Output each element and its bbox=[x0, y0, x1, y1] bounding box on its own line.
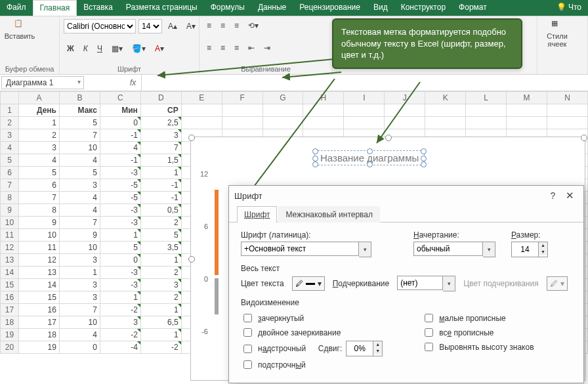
tab-review[interactable]: Рецензирование bbox=[293, 0, 367, 16]
row-header[interactable]: 1 bbox=[1, 104, 19, 117]
tab-constructor[interactable]: Конструктор bbox=[394, 0, 452, 16]
allcaps-checkbox[interactable]: все прописные bbox=[422, 326, 534, 339]
bucket-icon: 🖉 bbox=[550, 279, 558, 288]
align-middle-button[interactable]: ≡ bbox=[217, 19, 228, 32]
clipboard-icon: 📋 bbox=[14, 19, 26, 31]
row-header[interactable]: 18 bbox=[1, 316, 19, 329]
strike-checkbox[interactable]: зачеркнутый bbox=[241, 312, 383, 324]
style-label: Начертание: bbox=[413, 230, 495, 240]
align-right-button[interactable]: ≡ bbox=[231, 41, 242, 54]
orientation-button[interactable]: ⟲▾ bbox=[245, 19, 262, 32]
smallcaps-checkbox[interactable]: малые прописные bbox=[422, 312, 534, 324]
underline-label: Подчеркивание bbox=[333, 279, 390, 288]
row-header[interactable]: 11 bbox=[1, 229, 19, 242]
annotation-callout: Текстовая метка форматируется подобно об… bbox=[332, 18, 522, 69]
underline-button[interactable]: Ч bbox=[94, 42, 106, 55]
font-color-button[interactable]: A▾ bbox=[152, 42, 167, 55]
grow-font-button[interactable]: A▴ bbox=[165, 20, 180, 33]
row-header[interactable]: 15 bbox=[1, 279, 19, 291]
row-header[interactable]: 3 bbox=[1, 129, 19, 142]
align-center-button[interactable]: ≡ bbox=[217, 41, 228, 54]
row-header[interactable]: 5 bbox=[1, 154, 19, 167]
row-header[interactable]: 7 bbox=[1, 179, 19, 192]
shift-spinner[interactable]: ▲▼ bbox=[346, 341, 383, 356]
row-header[interactable]: 16 bbox=[1, 291, 19, 304]
row-header[interactable]: 17 bbox=[1, 304, 19, 316]
row-header[interactable]: 13 bbox=[1, 254, 19, 267]
dialog-help-button[interactable]: ? bbox=[547, 190, 560, 201]
fill-color-button[interactable]: 🪣▾ bbox=[129, 42, 149, 55]
subscript-checkbox[interactable]: подстрочный bbox=[241, 358, 383, 371]
row-header[interactable]: 6 bbox=[1, 167, 19, 179]
tab-insert[interactable]: Вставка bbox=[77, 0, 119, 16]
ribbon-tabs: Файл Главная Вставка Разметка страницы Ф… bbox=[0, 0, 588, 16]
row-header[interactable]: 4 bbox=[1, 142, 19, 154]
font-size-select[interactable]: 14 bbox=[138, 19, 162, 33]
col-header[interactable]: A bbox=[18, 92, 59, 104]
align-bottom-button[interactable]: ≡ bbox=[231, 19, 242, 32]
row-header[interactable]: 2 bbox=[1, 117, 19, 129]
tab-format[interactable]: Формат bbox=[452, 0, 494, 16]
col-header[interactable]: G bbox=[262, 92, 303, 104]
paste-button[interactable]: 📋 Вставить bbox=[4, 19, 35, 40]
dialog-tab-spacing[interactable]: Межзнаковый интервал bbox=[278, 206, 380, 223]
latin-font-label: Шрифт (латиница): bbox=[241, 230, 371, 240]
col-header[interactable]: M bbox=[507, 92, 547, 104]
equalheight-checkbox[interactable]: Выровнять высоту знаков bbox=[422, 341, 534, 353]
col-header[interactable]: D bbox=[140, 92, 181, 104]
col-header[interactable]: B bbox=[59, 92, 100, 104]
tab-view[interactable]: Вид bbox=[367, 0, 394, 16]
italic-button[interactable]: К bbox=[80, 42, 91, 55]
col-header[interactable]: F bbox=[222, 92, 262, 104]
indent-inc-button[interactable]: ⇥ bbox=[261, 41, 274, 54]
font-name-select[interactable]: Calibri (Основной bbox=[64, 19, 136, 33]
row-header[interactable]: 14 bbox=[1, 267, 19, 279]
col-header[interactable]: H bbox=[303, 92, 344, 104]
col-header[interactable]: J bbox=[385, 92, 425, 104]
mods-label: Видоизменение bbox=[241, 298, 572, 307]
align-top-button[interactable]: ≡ bbox=[203, 19, 215, 32]
col-header[interactable]: N bbox=[547, 92, 587, 104]
col-header[interactable]: C bbox=[100, 92, 140, 104]
align-left-button[interactable]: ≡ bbox=[203, 41, 215, 54]
double-strike-checkbox[interactable]: двойное зачеркивание bbox=[241, 326, 383, 339]
style-combo[interactable]: ▾ bbox=[413, 242, 495, 257]
styles-icon: ▦ bbox=[551, 19, 563, 31]
underline-color-label: Цвет подчеркивания bbox=[463, 279, 538, 288]
formula-input[interactable] bbox=[141, 75, 588, 91]
dialog-tab-font[interactable]: Шрифт bbox=[237, 206, 277, 223]
tab-page-layout[interactable]: Разметка страницы bbox=[119, 0, 204, 16]
col-header[interactable]: K bbox=[425, 92, 466, 104]
superscript-checkbox[interactable]: надстрочный Сдвиг: ▲▼ bbox=[241, 341, 383, 356]
text-color-button[interactable]: 🖉 ▾ bbox=[292, 276, 325, 291]
col-header[interactable]: L bbox=[466, 92, 507, 104]
col-header[interactable]: I bbox=[344, 92, 385, 104]
bucket-icon: 🖉 bbox=[295, 279, 303, 288]
row-header[interactable]: 10 bbox=[1, 217, 19, 229]
borders-button[interactable]: ▦▾ bbox=[108, 42, 126, 55]
tab-file[interactable]: Файл bbox=[0, 0, 33, 16]
row-header[interactable]: 12 bbox=[1, 242, 19, 254]
font-dialog: Шрифт ? ✕ Шрифт Межзнаковый интервал Шри… bbox=[228, 185, 584, 383]
shrink-font-button[interactable]: A▾ bbox=[183, 20, 199, 33]
tab-formulas[interactable]: Формулы bbox=[204, 0, 251, 16]
row-header[interactable]: 20 bbox=[1, 341, 19, 354]
col-header[interactable]: E bbox=[181, 92, 222, 104]
chart-title[interactable]: Название диаграммы bbox=[314, 150, 425, 165]
latin-font-combo[interactable]: ▾ bbox=[241, 242, 371, 257]
cell-styles-button[interactable]: ▦ Стили ячеек bbox=[541, 19, 573, 48]
bold-button[interactable]: Ж bbox=[64, 42, 77, 55]
underline-color-button[interactable]: 🖉 ▾ bbox=[547, 276, 568, 291]
size-spinner[interactable]: ▲▼ bbox=[511, 242, 548, 257]
row-header[interactable]: 19 bbox=[1, 329, 19, 341]
underline-combo[interactable]: ▾ bbox=[397, 276, 455, 291]
row-header[interactable]: 8 bbox=[1, 192, 19, 204]
dialog-close-button[interactable]: ✕ bbox=[562, 190, 578, 201]
tell-me[interactable]: 💡 Что bbox=[550, 0, 588, 16]
indent-dec-button[interactable]: ⇤ bbox=[245, 41, 258, 54]
name-box[interactable]: Диаграмма 1 bbox=[1, 76, 84, 89]
tab-home[interactable]: Главная bbox=[33, 0, 77, 16]
fx-icon[interactable]: fx bbox=[125, 78, 141, 87]
tab-data[interactable]: Данные bbox=[251, 0, 293, 16]
row-header[interactable]: 9 bbox=[1, 204, 19, 217]
